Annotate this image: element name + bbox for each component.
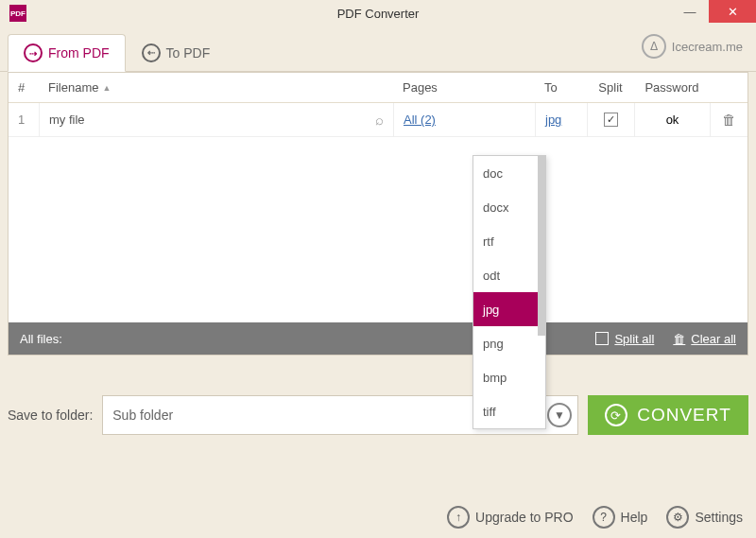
row-password-cell[interactable]: ok [634, 103, 710, 136]
search-icon[interactable]: ⌕ [375, 112, 384, 128]
upgrade-link[interactable]: ↑ Upgrade to PRO [447, 506, 574, 529]
sort-asc-icon: ▲ [102, 83, 111, 93]
footer-links: ↑ Upgrade to PRO ? Help ⚙ Settings [447, 506, 743, 529]
dropdown-option-docx[interactable]: docx [473, 190, 545, 224]
row-to-cell[interactable]: jpg [535, 103, 587, 136]
th-filename[interactable]: Filename ▲ [39, 73, 393, 102]
dropdown-option-png[interactable]: png [473, 326, 545, 360]
split-all-action[interactable]: Split all [595, 332, 654, 346]
th-pages[interactable]: Pages [393, 73, 535, 102]
tab-from-pdf[interactable]: ⇢ From PDF [8, 34, 126, 72]
table-body: 1 my file ⌕ All (2) jpg ✓ ok 🗑 ＋ [9, 103, 747, 322]
close-button[interactable]: ✕ [709, 0, 756, 23]
th-filename-label: Filename [48, 80, 98, 95]
from-pdf-icon: ⇢ [24, 43, 43, 62]
title-bar: PDF PDF Converter — ✕ [0, 0, 756, 26]
all-files-label: All files: [20, 332, 62, 346]
folder-dropdown-icon[interactable]: ▼ [547, 403, 572, 427]
th-number[interactable]: # [9, 73, 39, 102]
th-password[interactable]: Password [634, 73, 710, 102]
help-icon: ? [593, 506, 615, 529]
row-filename-cell[interactable]: my file ⌕ [39, 103, 393, 136]
all-files-bar: All files: Split all 🗑 Clear all [9, 322, 747, 355]
save-label: Save to folder: [8, 408, 93, 423]
brand-text: Icecream.me [672, 40, 743, 54]
dropdown-option-odt[interactable]: odt [473, 258, 545, 292]
settings-label: Settings [695, 510, 743, 525]
dropdown-option-bmp[interactable]: bmp [473, 360, 545, 394]
tab-from-label: From PDF [48, 45, 110, 61]
row-split-checkbox[interactable]: ✓ [604, 113, 618, 127]
gear-icon: ⚙ [666, 506, 689, 529]
table-row: 1 my file ⌕ All (2) jpg ✓ ok 🗑 [9, 103, 747, 137]
th-split[interactable]: Split [587, 73, 634, 102]
clear-all-label: Clear all [691, 332, 736, 346]
dropdown-option-jpg[interactable]: jpg [473, 292, 545, 326]
brand-link[interactable]: ᐃ Icecream.me [642, 34, 743, 59]
split-all-label: Split all [614, 332, 654, 346]
convert-label: CONVERT [637, 405, 731, 425]
clear-all-action[interactable]: 🗑 Clear all [673, 332, 736, 346]
folder-value: Sub folder [112, 408, 173, 423]
minimize-button[interactable]: — [671, 0, 709, 23]
convert-icon: ⟳ [605, 404, 627, 426]
help-label: Help [621, 510, 648, 525]
trash-icon[interactable]: 🗑 [722, 112, 736, 128]
table-header: # Filename ▲ Pages To Split Password [9, 73, 747, 103]
tab-to-label: To PDF [166, 45, 211, 61]
th-to[interactable]: To [535, 73, 587, 102]
th-delete [710, 73, 747, 102]
dropdown-scrollbar[interactable] [538, 156, 545, 336]
help-link[interactable]: ? Help [593, 506, 648, 529]
brand-icon: ᐃ [642, 34, 666, 59]
row-delete-cell[interactable]: 🗑 [710, 103, 747, 136]
row-number: 1 [9, 103, 39, 136]
format-dropdown[interactable]: doc docx rtf odt jpg png bmp tiff [472, 155, 546, 429]
to-pdf-icon: ⇠ [142, 43, 161, 62]
dropdown-option-rtf[interactable]: rtf [473, 224, 545, 258]
row-filename: my file [49, 113, 85, 127]
tab-to-pdf[interactable]: ⇠ To PDF [126, 33, 227, 71]
row-pages-link[interactable]: All (2) [404, 113, 436, 127]
app-icon: PDF [9, 5, 26, 22]
convert-button[interactable]: ⟳ CONVERT [588, 395, 748, 435]
save-row: Save to folder: Sub folder ▼ ⟳ CONVERT [8, 395, 748, 435]
window-title: PDF Converter [337, 7, 420, 21]
upgrade-label: Upgrade to PRO [475, 510, 574, 525]
split-all-checkbox[interactable] [595, 332, 609, 345]
file-table: # Filename ▲ Pages To Split Password 1 m… [8, 72, 748, 356]
row-to-link[interactable]: jpg [545, 113, 561, 127]
settings-link[interactable]: ⚙ Settings [666, 506, 743, 529]
clear-all-trash-icon: 🗑 [673, 332, 685, 346]
tab-row: ⇢ From PDF ⇠ To PDF ᐃ Icecream.me [0, 26, 756, 72]
dropdown-option-doc[interactable]: doc [473, 156, 545, 190]
row-split-cell[interactable]: ✓ [587, 103, 634, 136]
dropdown-option-tiff[interactable]: tiff [473, 394, 545, 428]
row-pages-cell[interactable]: All (2) [393, 103, 535, 136]
upgrade-icon: ↑ [447, 506, 470, 529]
